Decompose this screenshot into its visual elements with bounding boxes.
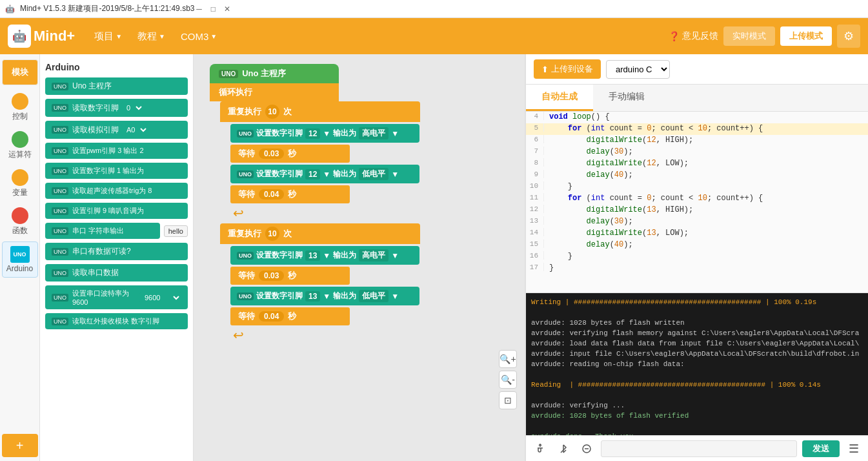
scratch-canvas: UNO Uno 主程序 循环执行 重复执行 10 次 (194, 54, 525, 461)
sidebar-operator-label: 运算符 (8, 149, 32, 160)
baud-select[interactable]: 9600115200 (139, 292, 181, 303)
block-read-analog-label: 读取模拟引脚 (72, 125, 119, 136)
repeat2-block[interactable]: 重复执行 10 次 (220, 223, 420, 244)
block-serial-available[interactable]: UNO 串口有数据可读? (45, 243, 188, 260)
uno-main-header[interactable]: UNO Uno 主程序 (210, 64, 339, 83)
block-ultrasonic[interactable]: UNO 读取超声波传感器trig为 8 (45, 183, 188, 199)
uno-badge-3: UNO (52, 126, 68, 134)
block-serial-available-label: 串口有数据可读? (72, 246, 131, 257)
terminal-menu-button[interactable]: ☰ (845, 440, 863, 458)
terminal[interactable]: Writing | ##############################… (526, 293, 868, 435)
wait1-2[interactable]: 等待 0.04 秒 (230, 185, 350, 203)
line-content-5: for (int count = 0; count < 10; count++)… (544, 123, 763, 133)
wait2-2[interactable]: 等待 0.04 秒 (230, 307, 350, 325)
tab-manual-edit[interactable]: 手动编辑 (593, 85, 660, 111)
block-tone-label: 设置引脚 9 嘀叭音调为 (72, 206, 144, 216)
block-read-serial-label: 读取串口数据 (72, 267, 119, 278)
block-ir[interactable]: UNO 读取红外接收模块 数字引脚 (45, 313, 188, 329)
terminal-input[interactable] (601, 440, 797, 457)
zoom-out-button[interactable]: 🔍- (499, 371, 517, 389)
arduino-icon: UNO (10, 246, 30, 263)
wait2-1[interactable]: 等待 0.03 秒 (230, 267, 350, 285)
block-read-serial[interactable]: UNO 读取串口数据 (45, 264, 188, 282)
terminal-line-7 (531, 369, 863, 380)
block-set-pwm[interactable]: UNO 设置pwm引脚 3 输出 2 (45, 143, 188, 159)
repeat1-end-arrow: ↩ (230, 205, 429, 221)
upload-device-button[interactable]: ⬆ 上传到设备 (534, 59, 601, 79)
action2-2-text: 设置数字引脚 (256, 291, 303, 302)
action1-2-text: 设置数字引脚 (256, 169, 303, 179)
minimize-button[interactable]: ─ (194, 5, 203, 14)
analog-pin-select[interactable]: A0A1 (121, 124, 148, 136)
block-read-analog[interactable]: UNO 读取模拟引脚 A0A1 (45, 121, 188, 139)
action1-1[interactable]: UNO 设置数字引脚 12 ▼ 输出为 高电平 ▼ (230, 124, 419, 143)
line-content-14: digitalWrite(13, LOW); (544, 228, 689, 238)
terminal-line-8: Reading | ##############################… (531, 380, 863, 390)
close-button[interactable]: ✕ (223, 5, 232, 14)
usb-icon-button[interactable] (531, 440, 549, 458)
tab-auto-generate[interactable]: 自动生成 (526, 85, 593, 111)
upload-device-label: 上传到设备 (551, 63, 593, 75)
expand-button[interactable]: + (2, 434, 38, 457)
code-line-5: 5 for (int count = 0; count < 10; count+… (526, 123, 868, 135)
line-num-17: 17 (526, 263, 544, 271)
maximize-button[interactable]: □ (208, 5, 217, 14)
sidebar-item-variable[interactable]: 变量 (2, 165, 38, 202)
line-num-8: 8 (526, 158, 544, 167)
nav-project[interactable]: 项目 ▼ (88, 26, 128, 46)
wait2-2-val: 0.04 (264, 312, 279, 321)
sidebar-item-operator[interactable]: 运算符 (2, 127, 38, 164)
control-dot (12, 93, 28, 110)
action2-1[interactable]: UNO 设置数字引脚 13 ▼ 输出为 高电平 ▼ (230, 246, 419, 265)
nav-tutorial[interactable]: 教程 ▼ (131, 26, 172, 46)
repeat1-indent: UNO 设置数字引脚 12 ▼ 输出为 高电平 ▼ 等待 0.03 (220, 124, 429, 221)
tab-auto-label: 自动生成 (541, 91, 578, 101)
send-button[interactable]: 发送 (802, 440, 840, 457)
feedback-button[interactable]: ❓ 意见反馈 (669, 30, 718, 42)
code-line-10: 10 } (526, 181, 868, 193)
realtime-mode-button[interactable]: 实时模式 (723, 26, 775, 46)
action1-2-level: 低电平 (359, 168, 389, 180)
block-uno-main[interactable]: UNO Uno 主程序 (45, 77, 188, 95)
terminal-line-3: avrdude: verifying flash memory against … (531, 328, 863, 338)
upload-icon: ⬆ (541, 65, 549, 74)
settings-button[interactable]: ⚙ (837, 25, 860, 48)
action1-2[interactable]: UNO 设置数字引脚 12 ▼ 输出为 低电平 ▼ (230, 165, 419, 183)
line-content-10: } (544, 181, 572, 191)
forever-block[interactable]: 循环执行 (210, 83, 339, 101)
terminal-line-12 (531, 421, 863, 431)
digital-pin-select[interactable]: 012 (121, 102, 144, 114)
repeat2-label: 重复执行 (228, 228, 261, 240)
block-baud[interactable]: UNO 设置串口波特率为 9600 9600115200 (45, 285, 188, 309)
device-select[interactable]: arduino C (606, 60, 670, 79)
code-line-16: 16 } (526, 251, 868, 263)
logo-icon: 🤖 (8, 25, 31, 48)
line-content-15: delay(40); (544, 240, 633, 249)
repeat1-block[interactable]: 重复执行 10 次 (220, 101, 420, 122)
fit-button[interactable]: ⊡ (499, 391, 517, 409)
zoom-in-button[interactable]: 🔍+ (499, 350, 517, 368)
bluetooth-icon-button[interactable] (554, 440, 572, 458)
block-tone[interactable]: UNO 设置引脚 9 嘀叭音调为 (45, 203, 188, 219)
sidebar-item-arduino[interactable]: UNO Arduino (2, 241, 38, 278)
action2-2[interactable]: UNO 设置数字引脚 13 ▼ 输出为 低电平 ▼ (230, 287, 419, 305)
line-num-9: 9 (526, 170, 544, 178)
clear-icon-button[interactable] (578, 440, 596, 458)
block-serial-out[interactable]: UNO 串口 字符串输出 hello (45, 223, 188, 239)
uno-badge-4: UNO (52, 147, 68, 155)
sidebar-item-control[interactable]: 控制 (2, 89, 38, 126)
titlebar: 🤖 Mind+ V1.5.3 新建项目-2019/5/8-上午11:21:49.… (0, 0, 868, 18)
module-tab[interactable]: 模块 (2, 59, 38, 85)
code-line-7: 7 delay(30); (526, 147, 868, 158)
upload-mode-button[interactable]: 上传模式 (780, 26, 832, 46)
wait1-1[interactable]: 等待 0.03 秒 (230, 145, 350, 163)
code-editor[interactable]: 4 void loop() { 5 for (int count = 0; co… (526, 112, 868, 293)
terminal-line-10: avrdude: verifying ... (531, 400, 863, 411)
block-set-digital[interactable]: UNO 设置数字引脚 1 输出为 (45, 163, 188, 179)
nav-com[interactable]: COM3 ▼ (174, 27, 223, 46)
variable-dot (12, 169, 28, 186)
code-line-11: 11 for (int count = 0; count < 10; count… (526, 193, 868, 205)
sidebar-item-function[interactable]: 函数 (2, 203, 38, 240)
block-read-digital-label: 读取数字引脚 (72, 103, 119, 114)
block-read-digital[interactable]: UNO 读取数字引脚 012 (45, 99, 188, 117)
